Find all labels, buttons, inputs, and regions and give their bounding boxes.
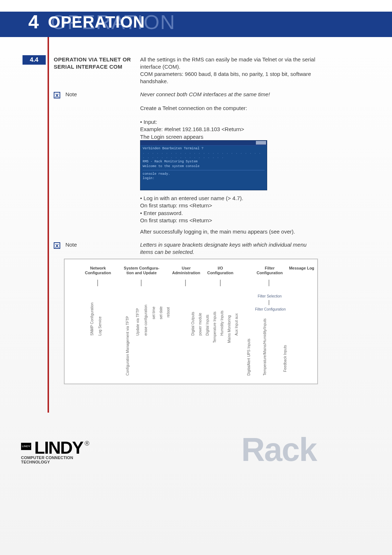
- note-1-label-text: Note: [65, 91, 77, 97]
- leaf-update: Update via TFTP: [136, 308, 140, 336]
- diagram-top-row: Network Configuration System Configura- …: [65, 266, 317, 280]
- leaf-digout: Digital Outputs: [191, 312, 195, 336]
- input-block: • Input: Example: #telnet 192.168.18.103…: [140, 118, 318, 141]
- leaf-aux: Aux Input aux: [234, 313, 238, 336]
- leaf-logservice: Log Service: [98, 316, 102, 336]
- terminal-titlebar: [140, 141, 267, 146]
- brand-badge: LINDY: [21, 443, 31, 450]
- leaf-humid: Humidity Inputs: [220, 311, 224, 336]
- leaf-cfg-mgmt: Configuration Management via TFTP: [126, 316, 130, 376]
- chapter-number: 4: [28, 11, 39, 33]
- document-page: 4 OPERATION OPERATION 4.4 OPERATION VIA …: [0, 0, 392, 555]
- section-heading: OPERATION VIA TELNET OR SERIAL INTERFACE…: [54, 56, 137, 71]
- login-block: • Log in with an entered user name (> 4.…: [140, 195, 318, 224]
- terminal-line-3: console ready.: [143, 172, 265, 176]
- intro-paragraph-2: COM parameters: 9600 baud, 8 data bits, …: [140, 70, 318, 85]
- note-icon: X: [54, 242, 60, 249]
- leaf-setdate: set date: [159, 306, 163, 319]
- vertical-rule: [48, 37, 49, 413]
- tree-line: [185, 280, 186, 286]
- note-icon: X: [54, 92, 60, 98]
- window-buttons-icon: [256, 141, 266, 145]
- login-first-1: On first startup: rms <Return>: [140, 202, 318, 209]
- registered-icon: ®: [85, 440, 89, 447]
- note-1-text: Never connect both COM interfaces at the…: [140, 91, 318, 98]
- node-msglog: Message Log: [289, 266, 314, 271]
- leaf-digin: Digital Inputs: [205, 315, 209, 336]
- tree-line: [220, 280, 221, 286]
- leaf-reboot: reboot: [166, 307, 170, 317]
- input-appears: The Login screen appears: [140, 133, 318, 141]
- input-example: Example: #telnet 192.168.18.103 <Return>: [140, 126, 318, 133]
- create-telnet-line: Create a Telnet connection on the comput…: [140, 105, 318, 112]
- terminal-line-1: RMS - Rack Monitoring System: [143, 159, 265, 164]
- node-filter-config: Filter Configuration: [250, 307, 290, 311]
- section-number: 4.4: [23, 55, 46, 65]
- node-network: Network Configuration: [80, 266, 116, 275]
- terminal-line-4: login:: [143, 176, 265, 181]
- node-filter-selection: Filter Selection: [253, 294, 286, 298]
- node-filter: Filter Configuration: [253, 266, 286, 275]
- note-1-label: X Note: [54, 91, 137, 98]
- terminal-dots: . . . . . . . . . . . . . . . . . . . . …: [143, 151, 265, 159]
- chapter-banner: 4 OPERATION OPERATION: [0, 12, 392, 37]
- leaf-settime: set time: [152, 307, 156, 319]
- tree-line: [269, 300, 269, 305]
- brand-logo-text: LINDY: [34, 438, 83, 457]
- leaf-snmp: SNMP Configuration: [90, 303, 94, 336]
- tree-line: [141, 280, 142, 286]
- node-system: System Configura- tion and Update: [120, 266, 163, 275]
- intro-paragraph-1: All the settings in the RMS can easily b…: [140, 56, 318, 71]
- note-2-text: Letters in square brackets designate key…: [140, 241, 318, 256]
- watermark-rack: Rack: [241, 431, 317, 469]
- leaf-erase: erase configuration: [144, 305, 148, 336]
- after-login-line: After successfully logging in, the main …: [140, 228, 318, 235]
- node-io: I/O Configuration: [204, 266, 237, 275]
- leaf-power: power module: [198, 313, 202, 336]
- menu-tree-diagram: Network Configuration System Configura- …: [64, 259, 318, 384]
- terminal-line-2: Welcome to the system console: [143, 164, 265, 169]
- node-user: User Administration: [170, 266, 203, 275]
- input-bullet: • Input:: [140, 118, 318, 126]
- leaf-digalert: DigitalAlert UPS Inputs: [247, 339, 251, 376]
- password-bullet: • Enter password.: [140, 210, 318, 217]
- note-2-label: X Note: [54, 241, 137, 249]
- tree-line: [269, 280, 269, 286]
- leaf-temp: Temperature Inputs: [213, 312, 217, 343]
- terminal-body: Verbinden Bearbeiten Terminal ? . . . . …: [143, 146, 265, 181]
- terminal-rule: [143, 170, 265, 170]
- terminal-menu: Verbinden Bearbeiten Terminal ?: [143, 146, 265, 151]
- leaf-mains: Mains Monitoring: [227, 315, 231, 343]
- login-bullet: • Log in with an entered user name (> 4.…: [140, 195, 318, 202]
- login-first-2: On first startup: rms <Return>: [140, 217, 318, 224]
- note-2-label-text: Note: [65, 242, 77, 248]
- terminal-screenshot: Verbinden Bearbeiten Terminal ? . . . . …: [140, 140, 267, 190]
- chapter-title: OPERATION: [48, 13, 145, 31]
- tree-line: [97, 280, 98, 286]
- footer-logo-block: LINDY LINDY ® COMPUTER CONNECTION TECHNO…: [21, 438, 97, 464]
- leaf-tmh: Temperature/Mains/Humidity/Inputs: [263, 319, 267, 376]
- leaf-feedback: Feedback Inputs: [283, 345, 287, 372]
